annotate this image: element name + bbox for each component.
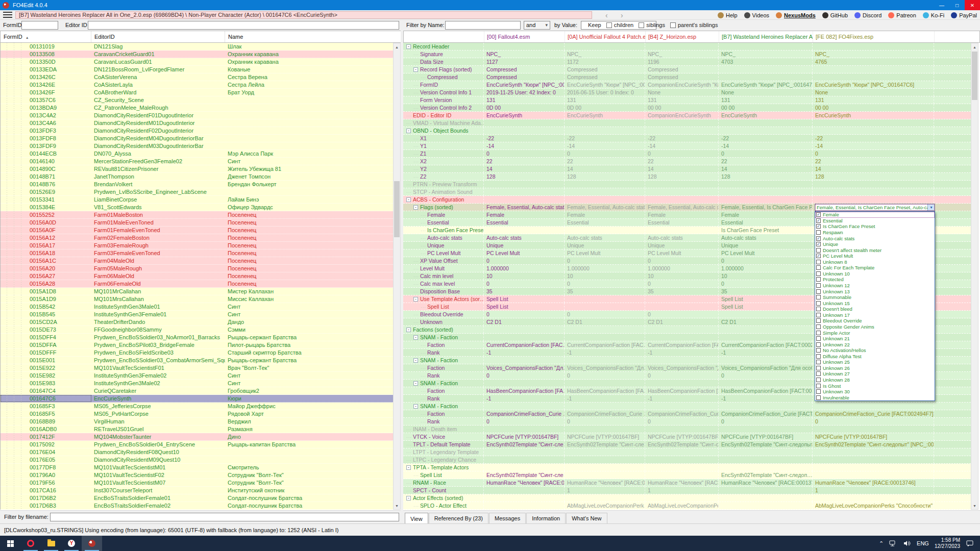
table-row[interactable]: 00156A27Farm06MaleOldПоселенец (1, 272, 393, 280)
value-cell[interactable]: EncSynth02Template "Синт-сле… (645, 441, 719, 448)
value-cell[interactable]: HasBeenCompanionFaction [FA… (565, 387, 645, 394)
table-row[interactable]: 00176E05DiamondCityResidentM09Quest10 (1, 456, 393, 464)
value-cell[interactable] (565, 43, 645, 50)
value-cell[interactable]: NPCFCurie [VTYP:001647BF] (565, 433, 645, 440)
value-cell[interactable] (484, 502, 565, 509)
value-cell[interactable] (565, 380, 645, 387)
value-cell[interactable]: 14 (565, 165, 645, 172)
value-cell[interactable]: -14 (645, 142, 719, 149)
field-label-cell[interactable]: -TPTA - Template Actors (403, 464, 484, 471)
column-header-plugin-0[interactable]: [00] Fallout4.esm (484, 31, 565, 42)
value-cell[interactable] (813, 43, 934, 50)
collapse-icon[interactable]: - (413, 297, 418, 302)
flag-item-auto-calc-stats[interactable]: ✓Auto-calc stats (815, 235, 935, 241)
field-label-cell[interactable]: ···Rank (403, 349, 484, 356)
table-row[interactable]: 00146140MercerStationFreedGen3Female02Си… (1, 158, 393, 165)
discord-link[interactable]: Discord (854, 12, 881, 18)
checkbox-unchecked-icon[interactable] (816, 331, 821, 335)
field-label-cell[interactable]: ···INAM - Death item (403, 425, 484, 433)
value-cell[interactable] (813, 464, 934, 471)
value-cell[interactable]: 0 (645, 150, 719, 157)
value-cell[interactable]: 128 (813, 173, 934, 180)
value-cell[interactable]: 0 (645, 280, 719, 287)
field-label-cell[interactable]: ···SPCT - Count (403, 487, 484, 494)
value-cell[interactable] (813, 403, 934, 410)
value-cell[interactable]: 4765 (813, 58, 934, 65)
value-cell[interactable] (565, 334, 645, 341)
value-cell[interactable]: C2 D1 (645, 318, 719, 325)
field-label-cell[interactable]: ···Version Control Info 2 (403, 104, 484, 111)
flag-item-respawn[interactable]: Respawn (815, 230, 935, 236)
value-cell[interactable] (645, 334, 719, 341)
value-cell[interactable] (645, 357, 719, 364)
value-cell[interactable] (813, 188, 934, 195)
value-cell[interactable]: 0 (484, 418, 565, 425)
value-cell[interactable]: Compressed (645, 66, 719, 73)
value-cell[interactable] (719, 487, 813, 494)
table-row[interactable]: 0015B545InstituteSynthGen3Female01Синт (1, 311, 393, 318)
value-cell[interactable]: 0 (565, 311, 645, 318)
value-cell[interactable] (565, 456, 645, 463)
collapse-icon[interactable]: - (413, 381, 418, 386)
value-cell[interactable]: 0 (813, 418, 934, 425)
value-cell[interactable]: EncCurieSynth (719, 112, 813, 119)
value-cell[interactable]: -14 (484, 142, 565, 149)
value-cell[interactable]: 1 (645, 487, 719, 494)
collapse-icon[interactable]: - (406, 129, 411, 133)
value-cell[interactable]: NPCFCurie [VTYP:001647BF] (484, 433, 565, 440)
value-cell[interactable]: Compressed (645, 73, 719, 81)
table-row[interactable]: 00156A0DFarm01MaleEvenTonedПоселенец (1, 219, 393, 227)
table-row[interactable]: 0015E922MQ101VaultTecScientistF01Врач "В… (1, 364, 393, 372)
flag-item-unknown-26[interactable]: Unknown 26 (815, 365, 935, 371)
flag-item-unknown-25[interactable]: Unknown 25 (815, 359, 935, 365)
value-cell[interactable]: 22 (484, 158, 565, 165)
value-cell[interactable]: HasBeenCompanionFaction [FA… (484, 387, 565, 394)
value-cell[interactable] (565, 471, 645, 479)
value-cell[interactable]: None (719, 89, 813, 96)
value-cell[interactable]: EncCurieSynth (484, 112, 565, 119)
column-header-plugin-1[interactable]: [0A] Unofficial Fallout 4 Patch.esp (565, 31, 646, 42)
column-header-plugin-3[interactable]: [B7] Wasteland Heroines Replacer All in … (719, 31, 813, 42)
table-row[interactable]: 0013FDF8DiamondCityResidentM04DugoutInte… (1, 135, 393, 142)
value-cell[interactable]: 128 (484, 173, 565, 180)
field-label-cell[interactable]: ···XP Value Offset (403, 257, 484, 264)
collapse-icon[interactable]: - (406, 465, 411, 470)
flag-item-summonable[interactable]: Summonable (815, 294, 935, 300)
value-cell[interactable]: EncSynth02Template "Синт-следопыт" [N… (719, 441, 813, 448)
value-cell[interactable]: Compressed (565, 73, 645, 81)
value-cell[interactable] (484, 494, 565, 502)
flag-item-unknown-17[interactable]: Unknown 17 (815, 312, 935, 318)
value-cell[interactable]: -1 (565, 349, 645, 356)
field-label-cell[interactable]: ···Faction (403, 341, 484, 348)
value-cell[interactable]: 128 (645, 173, 719, 180)
value-cell[interactable] (565, 448, 645, 456)
table-row[interactable]: 00133EDADN121BossRoom_LvlForgedFlamerКов… (1, 66, 393, 73)
value-cell[interactable]: NPC_ (719, 51, 813, 58)
value-cell[interactable]: -22 (565, 135, 645, 142)
field-label-cell[interactable]: -SNAM - Faction (403, 380, 484, 387)
field-label-cell[interactable]: ···LTPC - Legendary Chance (403, 456, 484, 463)
flag-item-is-ghost[interactable]: Is Ghost (815, 383, 935, 389)
table-row[interactable]: 0015B542InstituteSynthGen3Male01Синт (1, 303, 393, 311)
value-cell[interactable] (719, 119, 813, 127)
value-cell[interactable]: 0 (645, 257, 719, 264)
yandex-taskbar-button[interactable]: Y (61, 536, 82, 551)
collapse-icon[interactable]: - (413, 205, 418, 210)
field-label-cell[interactable]: ···EDID - Editor ID (403, 112, 484, 119)
field-label-cell[interactable]: ···STCP - Animation Sound (403, 188, 484, 195)
flag-item-essential[interactable]: ✓Essential (815, 218, 935, 224)
value-cell[interactable] (484, 487, 565, 494)
field-label-cell[interactable]: ···FormID (403, 81, 484, 88)
collapse-icon[interactable]: - (413, 404, 418, 409)
flag-item-female[interactable]: ✓Female (815, 212, 935, 218)
checkbox-checked-icon[interactable]: ✓ (816, 224, 821, 229)
value-cell[interactable]: CompanionCrimeFaction_Curie … (565, 410, 645, 417)
field-label-cell[interactable]: -OBND - Object Bounds (403, 127, 484, 134)
value-cell[interactable]: 0 (565, 418, 645, 425)
children-checkbox[interactable]: children (606, 22, 634, 28)
value-cell[interactable] (484, 403, 565, 410)
field-label-cell[interactable]: ···Rank (403, 418, 484, 425)
checkbox-unchecked-icon[interactable] (816, 289, 821, 294)
column-header-name[interactable]: Name (225, 31, 401, 42)
field-label-cell[interactable]: -Record Header (403, 43, 484, 50)
